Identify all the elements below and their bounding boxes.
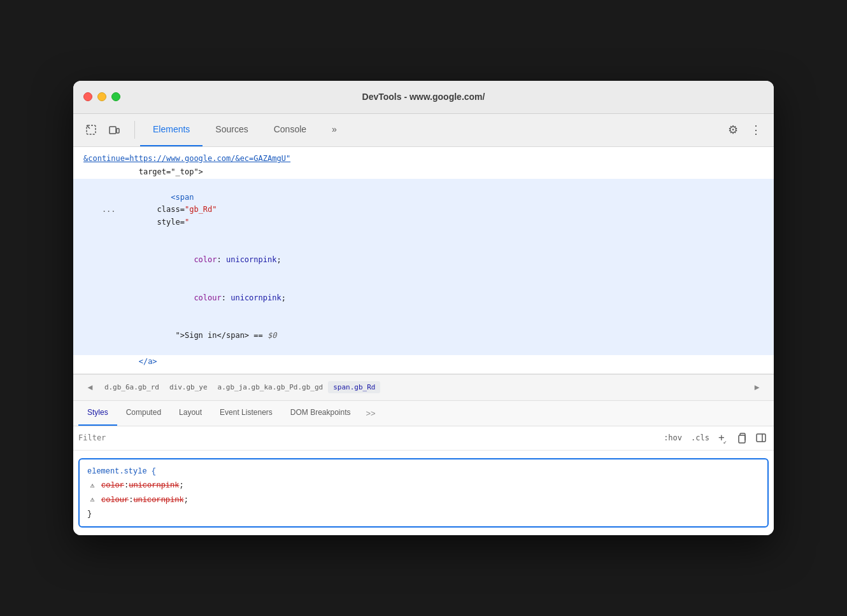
minimize-button[interactable] — [97, 92, 106, 101]
dom-line-1: &continue=https://www.google.com/&ec=GAZ… — [73, 152, 774, 165]
dom-line-6: ">Sign in</span> == $0 — [73, 317, 774, 355]
dom-attr-name-2: style= — [152, 218, 185, 227]
breadcrumb-item-1[interactable]: div.gb_ye — [164, 381, 213, 393]
more-options-button[interactable]: ⋮ — [746, 120, 766, 140]
styles-tab-event-listeners[interactable]: Event Listeners — [211, 401, 281, 426]
dom-line-5: colour: unicornpink; — [73, 279, 774, 318]
tab-elements[interactable]: Elements — [140, 114, 203, 146]
breadcrumb-item-3[interactable]: span.gb_Rd — [328, 381, 380, 393]
warning-icon-2: ⚠️ — [87, 495, 97, 505]
breadcrumb-item-0[interactable]: d.gb_6a.gb_rd — [99, 381, 164, 393]
dom-ellipsis: ... — [83, 204, 116, 216]
filter-input[interactable] — [78, 433, 661, 442]
css-closing-brace: } — [87, 508, 92, 521]
window-title: DevTools - www.google.com/ — [362, 92, 485, 102]
device-icon-button[interactable] — [104, 120, 124, 140]
warning-icon-1: ⚠️ — [87, 480, 97, 491]
styles-tab-layout[interactable]: Layout — [170, 401, 211, 426]
dom-line-3: ... <span class="gb_Rd" style=" — [73, 179, 774, 241]
toolbar-right: ⚙ ⋮ — [723, 120, 766, 140]
css-rules-area: element.style { ⚠️ color : unicornpink ;… — [73, 451, 774, 536]
devtools-window: DevTools - www.google.com/ Elements — [73, 81, 774, 536]
breadcrumb-items: d.gb_6a.gb_rd div.gb_ye a.gb_ja.gb_ka.gb… — [99, 381, 748, 393]
tab-more[interactable]: » — [319, 114, 350, 146]
css-selector-line: element.style { — [87, 465, 760, 479]
toggle-sidebar-button[interactable] — [753, 430, 769, 445]
css-prop-colour: colour — [101, 494, 129, 507]
dom-attr-val-2: " — [185, 218, 189, 227]
close-button[interactable] — [83, 92, 92, 101]
dom-css-prop-2: colour — [120, 293, 222, 302]
dom-dollar-sign: $0 — [267, 331, 276, 340]
breadcrumb-item-2[interactable]: a.gb_ja.gb_ka.gb_Pd.gb_gd — [213, 381, 329, 393]
titlebar: DevTools - www.google.com/ — [73, 81, 774, 114]
toolbar: Elements Sources Console » ⚙ ⋮ — [73, 114, 774, 147]
css-value-color: unicornpink — [129, 479, 179, 492]
toolbar-separator — [134, 121, 135, 139]
css-prop-line-colour[interactable]: ⚠️ colour : unicornpink ; — [87, 493, 760, 507]
css-selector-text: element.style { — [87, 465, 156, 478]
filter-right-controls: :hov .cls +↙ — [661, 430, 769, 445]
dom-attr-name-1: class= — [152, 205, 185, 214]
tab-sources[interactable]: Sources — [203, 114, 260, 146]
filter-bar: :hov .cls +↙ — [73, 426, 774, 451]
svg-rect-5 — [757, 434, 765, 442]
styles-panel: Styles Computed Layout Event Listeners D… — [73, 401, 774, 536]
css-closing-brace-line: } — [87, 507, 760, 521]
dom-text-2: target="_top"> — [83, 166, 203, 178]
breadcrumb-prev[interactable]: ◄ — [81, 380, 99, 395]
dom-line-4: color: unicornpink; — [73, 241, 774, 279]
dom-link-1[interactable]: &continue=https://www.google.com/&ec=GAZ… — [83, 153, 290, 165]
svg-rect-2 — [110, 127, 116, 134]
css-value-colour: unicornpink — [133, 494, 183, 507]
dom-css-val-2: unicornpink — [231, 293, 281, 302]
toolbar-icons — [81, 120, 124, 140]
dom-text-quote: ">Sign in</span> == — [120, 331, 267, 340]
tab-console[interactable]: Console — [261, 114, 319, 146]
add-style-button[interactable]: +↙ — [716, 430, 730, 445]
dom-tag-close: </a> — [83, 356, 157, 368]
cursor-icon-button[interactable] — [81, 120, 101, 140]
styles-tabs: Styles Computed Layout Event Listeners D… — [73, 401, 774, 426]
cls-button[interactable]: .cls — [688, 432, 712, 444]
breadcrumb-next[interactable]: ► — [748, 380, 766, 395]
dom-line-2: target="_top"> — [73, 165, 774, 179]
styles-tab-dom-breakpoints[interactable]: DOM Breakpoints — [281, 401, 360, 426]
dom-tag-open: <span — [152, 193, 194, 202]
dom-panel: &continue=https://www.google.com/&ec=GAZ… — [73, 147, 774, 374]
svg-rect-3 — [117, 129, 119, 133]
toolbar-tabs: Elements Sources Console » — [140, 114, 720, 146]
styles-tab-computed[interactable]: Computed — [117, 401, 170, 426]
css-prop-color: color — [101, 479, 124, 492]
settings-button[interactable]: ⚙ — [723, 120, 743, 140]
dom-line-7: </a> — [73, 355, 774, 368]
styles-tab-styles[interactable]: Styles — [78, 401, 117, 426]
dom-attr-val-1: "gb_Rd" — [185, 205, 217, 214]
hov-button[interactable]: :hov — [661, 432, 685, 444]
dom-css-prop-1: color — [120, 255, 217, 264]
css-prop-line-color[interactable]: ⚠️ color : unicornpink ; — [87, 479, 760, 493]
breadcrumb-bar: ◄ d.gb_6a.gb_rd div.gb_ye a.gb_ja.gb_ka.… — [73, 374, 774, 401]
traffic-lights — [83, 92, 120, 101]
copy-style-button[interactable] — [734, 430, 750, 445]
maximize-button[interactable] — [111, 92, 120, 101]
styles-tab-more[interactable]: >> — [362, 401, 380, 426]
svg-rect-4 — [739, 435, 745, 443]
dom-css-val-1: unicornpink — [226, 255, 276, 264]
element-style-rule: element.style { ⚠️ color : unicornpink ;… — [78, 458, 769, 528]
